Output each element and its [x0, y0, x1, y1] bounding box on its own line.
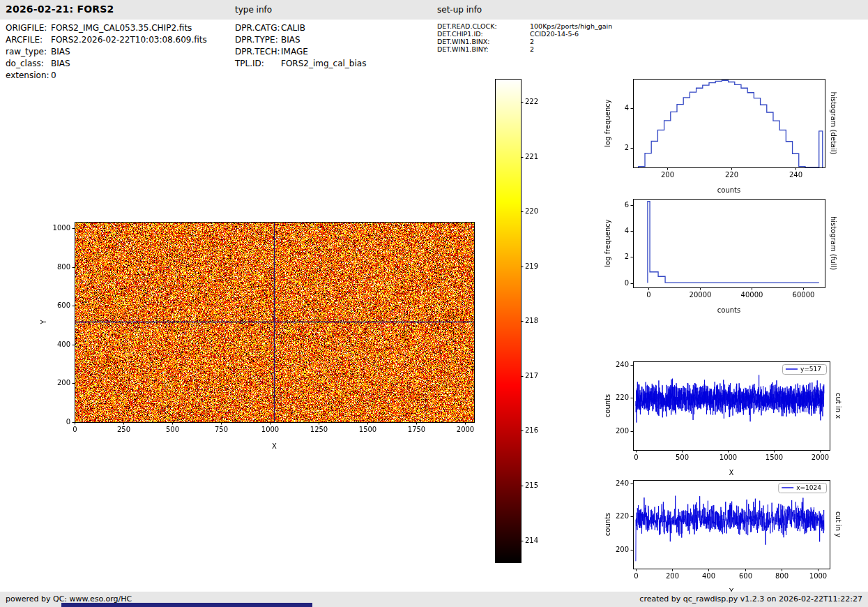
- info-value: 100Kps/2ports/high_gain: [530, 23, 612, 30]
- info-value: 0: [51, 71, 56, 80]
- info-label: ORIGFILE:: [6, 24, 51, 33]
- info-row: ORIGFILE:FORS2_IMG_CAL053.35.CHIP2.fits: [6, 24, 207, 33]
- info-value: IMAGE: [281, 47, 308, 57]
- info-label: DET.CHIP1.ID:: [437, 31, 530, 38]
- info-label: extension:: [6, 71, 51, 80]
- info-value: FORS2_IMG_CAL053.35.CHIP2.fits: [51, 24, 192, 33]
- setup-info-heading: set-up info: [437, 5, 482, 15]
- info-label: DET.WIN1.BINY:: [437, 46, 530, 53]
- page-title: 2026-02-21: FORS2: [6, 3, 114, 15]
- info-row: DET.CHIP1.ID:CCID20-14-5-6: [437, 31, 612, 38]
- info-row: DPR.CATG:CALIB: [235, 24, 366, 33]
- type-info-heading: type info: [235, 5, 272, 15]
- info-row: TPL.ID:FORS2_img_cal_bias: [235, 59, 366, 68]
- info-value: CCID20-14-5-6: [530, 31, 579, 38]
- cut-in-x-plot: [596, 351, 868, 480]
- setup-info-block: DET.READ.CLOCK:100Kps/2ports/high_gainDE…: [437, 23, 612, 53]
- info-row: DET.WIN1.BINX:2: [437, 38, 612, 45]
- cut-in-y-plot: [596, 470, 868, 599]
- info-label: DPR.TYPE:: [235, 36, 281, 45]
- info-row: DPR.TYPE:BIAS: [235, 36, 366, 45]
- info-row: ARCFILE:FORS2.2026-02-22T10:03:08.609.fi…: [6, 36, 207, 45]
- colorbar: [485, 68, 558, 574]
- bias-image-plot: [28, 207, 488, 461]
- info-label: raw_type:: [6, 47, 51, 57]
- info-label: do_class:: [6, 59, 51, 68]
- top-header-bar: 2026-02-21: FORS2 type info set-up info: [0, 0, 868, 20]
- info-label: DPR.CATG:: [235, 24, 281, 33]
- info-value: FORS2.2026-02-22T10:03:08.609.fits: [51, 36, 207, 45]
- info-label: DPR.TECH:: [235, 47, 281, 57]
- info-row: raw_type:BIAS: [6, 47, 207, 57]
- footer-created-by: created by qc_rawdisp.py v1.2.3 on 2026-…: [639, 594, 862, 604]
- info-value: 2: [530, 46, 534, 53]
- info-row: DET.READ.CLOCK:100Kps/2ports/high_gain: [437, 23, 612, 30]
- info-label: TPL.ID:: [235, 59, 281, 68]
- histogram-full-plot: [596, 188, 868, 321]
- file-info-block: ORIGFILE:FORS2_IMG_CAL053.35.CHIP2.fitsA…: [6, 24, 207, 80]
- info-label: ARCFILE:: [6, 36, 51, 45]
- info-row: DET.WIN1.BINY:2: [437, 46, 612, 53]
- info-row: DPR.TECH:IMAGE: [235, 47, 366, 57]
- info-row: extension:0: [6, 71, 207, 80]
- info-value: CALIB: [281, 24, 305, 33]
- info-label: DET.READ.CLOCK:: [437, 23, 530, 30]
- info-label: DET.WIN1.BINX:: [437, 38, 530, 45]
- histogram-detail-plot: [596, 68, 868, 201]
- info-value: BIAS: [281, 36, 300, 45]
- info-value: FORS2_img_cal_bias: [281, 59, 366, 68]
- info-value: BIAS: [51, 47, 70, 57]
- bottom-dark-strip: [61, 603, 312, 607]
- type-info-block: DPR.CATG:CALIBDPR.TYPE:BIASDPR.TECH:IMAG…: [235, 24, 366, 68]
- info-row: do_class:BIAS: [6, 59, 207, 68]
- info-value: 2: [530, 38, 534, 45]
- qc-report-page: 2026-02-21: FORS2 type info set-up info …: [0, 0, 868, 607]
- info-value: BIAS: [51, 59, 70, 68]
